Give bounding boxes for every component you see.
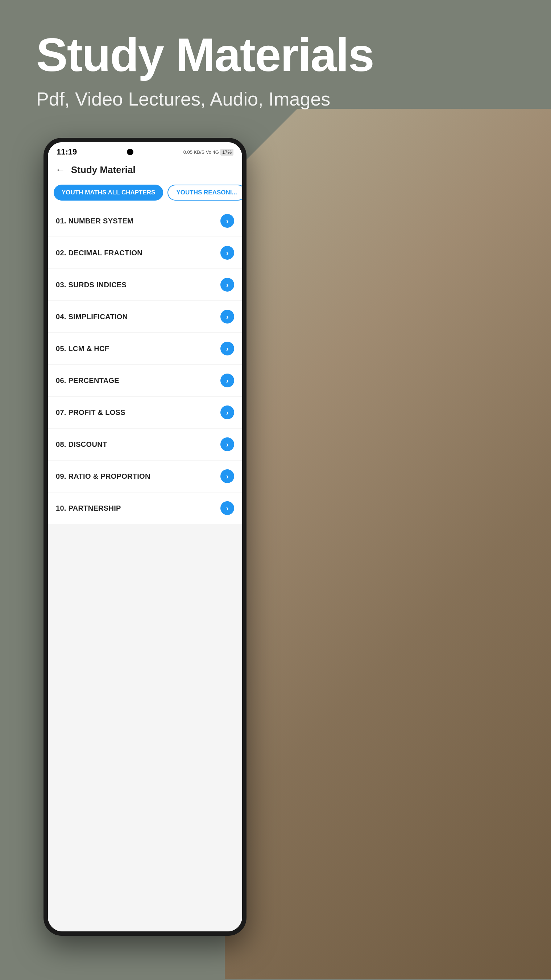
status-time: 11:19	[57, 147, 77, 157]
chapter-name: 04. SIMPLIFICATION	[56, 313, 128, 321]
list-item[interactable]: 04. SIMPLIFICATION›	[48, 301, 242, 332]
list-item[interactable]: 01. NUMBER SYSTEM›	[48, 205, 242, 237]
chevron-right-icon: ›	[226, 504, 229, 512]
chapter-arrow-button[interactable]: ›	[221, 501, 234, 515]
chevron-right-icon: ›	[226, 313, 229, 320]
chevron-right-icon: ›	[226, 217, 229, 224]
chapter-arrow-button[interactable]: ›	[221, 469, 234, 483]
chapter-name: 05. LCM & HCF	[56, 345, 109, 353]
chapter-name: 10. PARTNERSHIP	[56, 504, 121, 512]
list-item[interactable]: 03. SURDS INDICES›	[48, 269, 242, 300]
chapter-arrow-button[interactable]: ›	[221, 438, 234, 451]
list-item[interactable]: 05. LCM & HCF›	[48, 333, 242, 364]
app-bar-title: Study Material	[71, 164, 136, 175]
phone-screen: 11:19 0.05 KB/S Vo 4G 17% ← Study Materi…	[48, 142, 242, 931]
chapter-arrow-button[interactable]: ›	[221, 406, 234, 419]
list-item[interactable]: 02. DECIMAL FRACTION›	[48, 237, 242, 268]
phone-frame: 11:19 0.05 KB/S Vo 4G 17% ← Study Materi…	[43, 138, 246, 936]
chapter-arrow-button[interactable]: ›	[221, 374, 234, 387]
list-item[interactable]: 06. PERCENTAGE›	[48, 365, 242, 396]
chevron-right-icon: ›	[226, 281, 229, 288]
tab-bar: YOUTH MATHS ALL CHAPTERS YOUTHS REASONI.…	[48, 180, 242, 205]
chapter-arrow-button[interactable]: ›	[221, 342, 234, 355]
hand-background	[225, 109, 551, 979]
chapter-name: 02. DECIMAL FRACTION	[56, 249, 143, 257]
back-button[interactable]: ←	[55, 164, 65, 175]
page-hero-title: Study Materials	[36, 29, 374, 81]
chapter-arrow-button[interactable]: ›	[221, 246, 234, 260]
chevron-right-icon: ›	[226, 441, 229, 448]
chevron-right-icon: ›	[226, 473, 229, 480]
chapter-list: 01. NUMBER SYSTEM›02. DECIMAL FRACTION›0…	[48, 205, 242, 931]
chapter-arrow-button[interactable]: ›	[221, 278, 234, 292]
chevron-right-icon: ›	[226, 345, 229, 352]
chapter-arrow-button[interactable]: ›	[221, 214, 234, 228]
phone-mockup: 11:19 0.05 KB/S Vo 4G 17% ← Study Materi…	[43, 138, 246, 936]
chevron-right-icon: ›	[226, 409, 229, 416]
status-bar: 11:19 0.05 KB/S Vo 4G 17%	[48, 142, 242, 159]
list-item[interactable]: 08. DISCOUNT›	[48, 429, 242, 460]
tab-youths-reasoning[interactable]: YOUTHS REASONI...	[167, 185, 242, 200]
network-info: 0.05 KB/S Vo 4G	[183, 150, 219, 155]
list-item[interactable]: 07. PROFIT & LOSS›	[48, 397, 242, 428]
chevron-right-icon: ›	[226, 249, 229, 256]
tab-youth-maths[interactable]: YOUTH MATHS ALL CHAPTERS	[54, 185, 163, 200]
chapter-name: 03. SURDS INDICES	[56, 281, 127, 289]
chevron-right-icon: ›	[226, 377, 229, 384]
status-icons: 0.05 KB/S Vo 4G 17%	[183, 149, 233, 156]
chapter-name: 08. DISCOUNT	[56, 440, 107, 449]
chapter-name: 01. NUMBER SYSTEM	[56, 217, 133, 225]
chapter-name: 09. RATIO & PROPORTION	[56, 472, 151, 480]
list-item[interactable]: 10. PARTNERSHIP›	[48, 493, 242, 524]
chapter-name: 07. PROFIT & LOSS	[56, 408, 125, 417]
page-hero-subtitle: Pdf, Video Lectures, Audio, Images	[36, 88, 374, 110]
chapter-arrow-button[interactable]: ›	[221, 310, 234, 323]
list-item[interactable]: 09. RATIO & PROPORTION›	[48, 461, 242, 492]
chapter-name: 06. PERCENTAGE	[56, 377, 119, 385]
front-camera	[127, 149, 133, 155]
app-bar: ← Study Material	[48, 159, 242, 180]
battery-indicator: 17%	[221, 149, 233, 156]
